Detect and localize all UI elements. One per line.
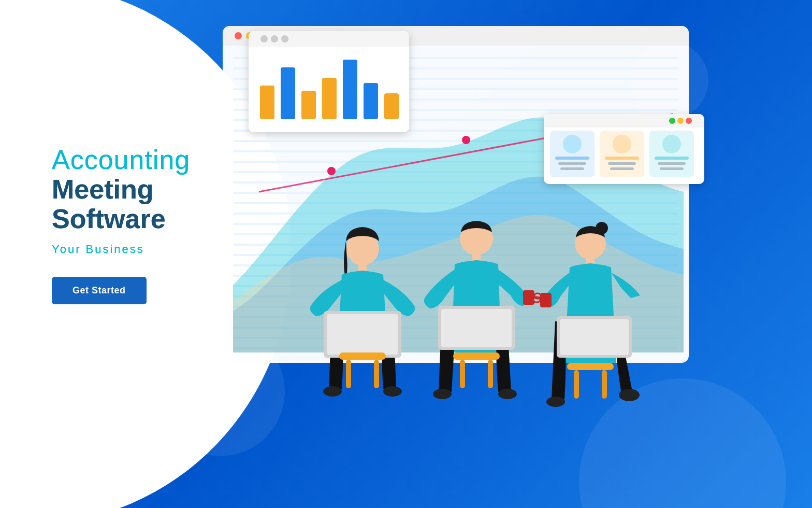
- svg-rect-49: [364, 83, 378, 119]
- text-content: Accounting Meeting Software Your Busines…: [52, 145, 269, 304]
- svg-rect-89: [453, 352, 500, 360]
- svg-rect-90: [460, 360, 465, 388]
- svg-point-41: [260, 35, 268, 43]
- svg-rect-70: [658, 162, 686, 165]
- svg-point-42: [271, 35, 278, 43]
- svg-point-75: [383, 386, 402, 397]
- svg-point-86: [498, 389, 517, 399]
- svg-rect-71: [660, 167, 684, 170]
- svg-rect-60: [558, 162, 586, 165]
- svg-point-37: [462, 136, 470, 144]
- svg-point-43: [281, 35, 288, 43]
- title-accounting: Accounting: [52, 145, 269, 175]
- svg-rect-48: [343, 60, 357, 119]
- svg-point-58: [563, 135, 582, 153]
- svg-point-36: [327, 167, 336, 175]
- title-meeting-software: Meeting Software: [52, 175, 269, 234]
- svg-rect-77: [327, 314, 398, 355]
- svg-rect-102: [574, 370, 579, 399]
- svg-rect-45: [281, 67, 295, 119]
- svg-rect-101: [567, 363, 614, 370]
- svg-rect-65: [608, 162, 636, 165]
- svg-rect-97: [540, 293, 552, 307]
- svg-rect-79: [346, 360, 351, 388]
- svg-rect-66: [610, 167, 634, 170]
- svg-rect-83: [523, 290, 534, 305]
- svg-rect-100: [560, 319, 629, 355]
- hero-container: Accounting Meeting Software Your Busines…: [0, 0, 812, 508]
- get-started-button[interactable]: Get Started: [52, 277, 147, 304]
- svg-point-74: [323, 386, 342, 397]
- svg-rect-59: [555, 157, 589, 160]
- svg-rect-88: [441, 309, 512, 347]
- svg-rect-78: [339, 352, 386, 360]
- svg-point-56: [669, 118, 675, 124]
- svg-rect-64: [605, 157, 639, 160]
- subtitle-your-business: Your Business: [52, 243, 269, 256]
- svg-rect-80: [374, 360, 379, 388]
- svg-rect-47: [322, 78, 337, 119]
- svg-point-54: [686, 118, 692, 124]
- svg-point-85: [433, 389, 452, 399]
- svg-point-3: [235, 32, 242, 39]
- svg-point-68: [662, 135, 681, 153]
- svg-rect-61: [560, 167, 584, 170]
- svg-rect-91: [488, 360, 493, 388]
- svg-rect-44: [260, 86, 274, 119]
- svg-point-55: [677, 118, 684, 124]
- svg-rect-69: [655, 157, 689, 160]
- svg-rect-103: [602, 370, 607, 399]
- svg-rect-46: [301, 91, 316, 119]
- svg-point-96: [619, 389, 640, 401]
- svg-rect-50: [384, 93, 399, 119]
- svg-point-63: [613, 135, 631, 153]
- svg-point-93: [596, 222, 608, 234]
- svg-point-95: [546, 397, 565, 407]
